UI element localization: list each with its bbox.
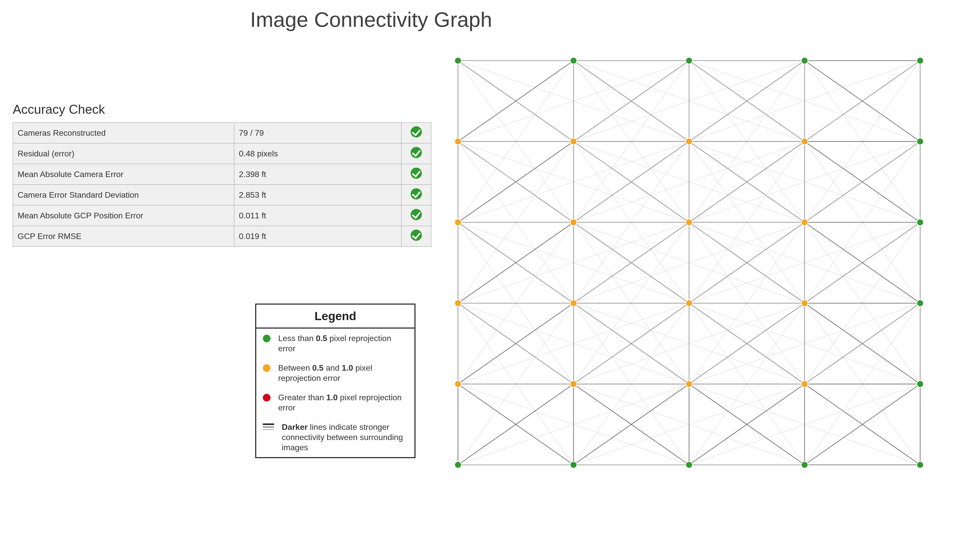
accuracy-row-value: 2.398 ft bbox=[234, 164, 401, 185]
accuracy-row: Residual (error)0.48 pixels bbox=[13, 143, 431, 164]
accuracy-row-label: Residual (error) bbox=[13, 143, 234, 164]
accuracy-row-status bbox=[401, 143, 431, 164]
graph-node bbox=[801, 57, 808, 64]
accuracy-row-value: 79 / 79 bbox=[234, 123, 401, 143]
graph-node bbox=[455, 138, 461, 144]
dot-red-icon bbox=[263, 394, 270, 402]
graph-node bbox=[570, 462, 577, 468]
graph-node bbox=[917, 57, 923, 64]
graph-node bbox=[917, 219, 923, 225]
graph-node bbox=[801, 138, 808, 144]
legend-item-text: Darker lines indicate stronger connectiv… bbox=[282, 422, 408, 453]
legend-item-text: Greater than 1.0 pixel reprojection erro… bbox=[278, 392, 408, 413]
graph-node bbox=[686, 219, 692, 225]
graph-node bbox=[455, 462, 461, 468]
graph-node bbox=[686, 57, 692, 64]
check-circle-icon bbox=[410, 126, 422, 138]
legend-item: Darker lines indicate stronger connectiv… bbox=[256, 417, 414, 457]
graph-node bbox=[917, 462, 923, 468]
legend-item-text: Between 0.5 and 1.0 pixel reprojection e… bbox=[278, 363, 408, 383]
legend-item-text: Less than 0.5 pixel reprojection error bbox=[278, 333, 408, 354]
accuracy-row: Mean Absolute GCP Position Error0.011 ft bbox=[13, 205, 431, 226]
graph-node bbox=[686, 300, 692, 306]
check-circle-icon bbox=[410, 168, 422, 179]
graph-node bbox=[686, 462, 692, 468]
legend-item: Between 0.5 and 1.0 pixel reprojection e… bbox=[256, 358, 414, 388]
dot-orange-icon bbox=[263, 364, 270, 372]
graph-node bbox=[570, 57, 577, 64]
connectivity-graph-svg bbox=[447, 51, 932, 475]
legend-title: Legend bbox=[256, 305, 414, 329]
accuracy-row-label: Mean Absolute GCP Position Error bbox=[13, 205, 234, 226]
graph-node bbox=[801, 300, 808, 306]
accuracy-row-status bbox=[401, 164, 431, 185]
graph-node bbox=[686, 138, 692, 144]
graph-node bbox=[455, 219, 461, 225]
accuracy-row-label: GCP Error RMSE bbox=[13, 226, 234, 247]
accuracy-check-table: Cameras Reconstructed79 / 79Residual (er… bbox=[13, 122, 431, 247]
graph-node bbox=[570, 300, 577, 306]
accuracy-check-heading: Accuracy Check bbox=[13, 102, 105, 117]
graph-node bbox=[455, 57, 461, 64]
accuracy-row: GCP Error RMSE0.019 ft bbox=[13, 226, 431, 247]
connectivity-graph bbox=[447, 51, 932, 475]
legend-item: Greater than 1.0 pixel reprojection erro… bbox=[256, 388, 414, 417]
accuracy-row-label: Camera Error Standard Deviation bbox=[13, 185, 234, 205]
check-circle-icon bbox=[410, 230, 422, 241]
accuracy-row-value: 0.019 ft bbox=[234, 226, 401, 247]
accuracy-row-value: 2.853 ft bbox=[234, 185, 401, 205]
accuracy-row-status bbox=[401, 123, 431, 143]
legend-item: Less than 0.5 pixel reprojection error bbox=[256, 329, 414, 358]
accuracy-row: Mean Absolute Camera Error2.398 ft bbox=[13, 164, 431, 185]
graph-node bbox=[801, 462, 808, 468]
graph-node bbox=[917, 300, 923, 306]
graph-node bbox=[801, 219, 808, 225]
dot-green-icon bbox=[263, 335, 270, 342]
legend-panel: Legend Less than 0.5 pixel reprojection … bbox=[255, 303, 415, 458]
lines-gradient-icon bbox=[263, 424, 274, 431]
accuracy-row-label: Cameras Reconstructed bbox=[13, 123, 234, 143]
check-circle-icon bbox=[410, 209, 422, 220]
accuracy-row-status bbox=[401, 185, 431, 205]
graph-node bbox=[570, 381, 577, 387]
graph-node bbox=[455, 300, 461, 306]
graph-node bbox=[917, 138, 923, 144]
graph-node bbox=[686, 381, 692, 387]
accuracy-row-status bbox=[401, 226, 431, 247]
check-circle-icon bbox=[410, 147, 422, 158]
graph-node bbox=[570, 219, 577, 225]
accuracy-row-value: 0.011 ft bbox=[234, 205, 401, 226]
page-title: Image Connectivity Graph bbox=[250, 8, 492, 32]
accuracy-row: Camera Error Standard Deviation2.853 ft bbox=[13, 185, 431, 205]
graph-node bbox=[917, 381, 923, 387]
accuracy-row-status bbox=[401, 205, 431, 226]
accuracy-row-label: Mean Absolute Camera Error bbox=[13, 164, 234, 185]
graph-node bbox=[570, 138, 577, 144]
graph-node bbox=[455, 381, 461, 387]
accuracy-row: Cameras Reconstructed79 / 79 bbox=[13, 123, 431, 143]
accuracy-row-value: 0.48 pixels bbox=[234, 143, 401, 164]
check-circle-icon bbox=[410, 188, 422, 200]
graph-node bbox=[801, 381, 808, 387]
